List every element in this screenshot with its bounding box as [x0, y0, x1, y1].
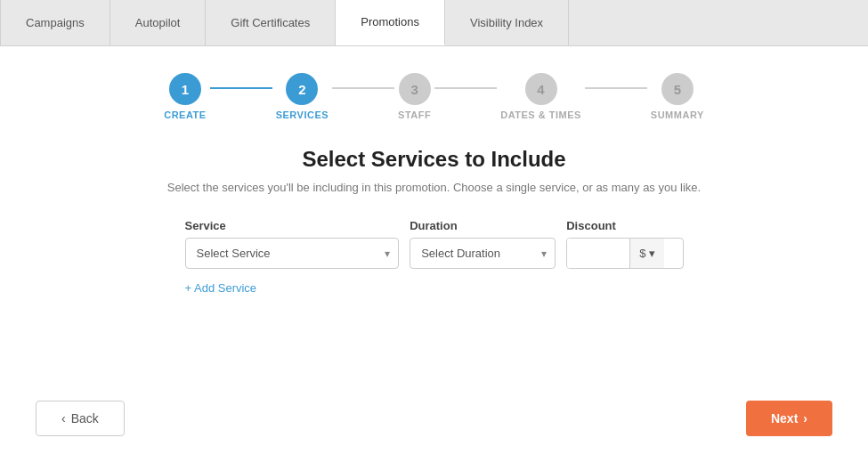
step-2-label: SERVICES	[276, 109, 329, 120]
service-select[interactable]: Select Service	[185, 238, 400, 269]
discount-wrapper: $ ▾	[566, 238, 683, 269]
discount-group: Discount $ ▾	[566, 219, 683, 269]
discount-currency-selector[interactable]: $ ▾	[629, 239, 664, 268]
currency-chevron-icon: ▾	[649, 247, 655, 260]
connector-1	[210, 87, 272, 89]
form-section: Service Select Service ▾ Duration Select…	[185, 219, 684, 296]
duration-group: Duration Select Duration ▾	[410, 219, 556, 269]
step-3-label: STAFF	[398, 109, 431, 120]
connector-3	[434, 87, 497, 89]
discount-label: Discount	[566, 219, 683, 232]
next-chevron-icon: ›	[803, 411, 807, 426]
tab-visibility-index[interactable]: Visibility Index	[445, 0, 569, 45]
discount-input[interactable]	[567, 239, 629, 268]
step-2: 2 SERVICES	[276, 73, 329, 120]
step-3: 3 STAFF	[398, 73, 431, 120]
step-2-circle: 2	[286, 73, 318, 105]
service-label: Service	[185, 219, 400, 232]
tab-autopilot[interactable]: Autopilot	[110, 0, 207, 45]
step-5-label: SUMMARY	[651, 109, 704, 120]
step-1-label: CREATE	[164, 109, 206, 120]
service-group: Service Select Service ▾	[185, 219, 400, 269]
back-chevron-icon: ‹	[61, 411, 66, 426]
tab-campaigns[interactable]: Campaigns	[0, 0, 110, 45]
duration-select[interactable]: Select Duration	[410, 238, 556, 269]
duration-select-wrapper: Select Duration ▾	[410, 238, 556, 269]
main-content: 1 CREATE 2 SERVICES 3 STAFF 4 DATES & TI…	[0, 46, 868, 454]
form-row: Service Select Service ▾ Duration Select…	[185, 219, 684, 269]
connector-2	[332, 87, 394, 89]
tab-promotions[interactable]: Promotions	[336, 0, 445, 45]
duration-label: Duration	[410, 219, 556, 232]
next-button[interactable]: Next ›	[746, 401, 832, 436]
service-select-wrapper: Select Service ▾	[185, 238, 400, 269]
step-4-label: DATES & TIMES	[500, 109, 581, 120]
bottom-nav: ‹ Back Next ›	[0, 401, 868, 436]
step-4-circle: 4	[525, 73, 557, 105]
step-5-circle: 5	[661, 73, 694, 105]
back-button[interactable]: ‹ Back	[36, 401, 125, 436]
connector-4	[585, 87, 647, 89]
step-1-circle: 1	[169, 73, 201, 105]
tabs-bar: Campaigns Autopilot Gift Certificates Pr…	[0, 0, 868, 46]
currency-symbol: $	[639, 247, 645, 260]
stepper: 1 CREATE 2 SERVICES 3 STAFF 4 DATES & TI…	[164, 73, 704, 120]
step-4: 4 DATES & TIMES	[500, 73, 581, 120]
tab-gift-certificates[interactable]: Gift Certificates	[206, 0, 336, 45]
page-title: Select Services to Include	[302, 147, 565, 172]
step-5: 5 SUMMARY	[651, 73, 704, 120]
step-3-circle: 3	[399, 73, 431, 105]
step-1: 1 CREATE	[164, 73, 206, 120]
add-service-link[interactable]: + Add Service	[185, 281, 257, 295]
page-subtitle: Select the services you'll be including …	[167, 181, 701, 194]
